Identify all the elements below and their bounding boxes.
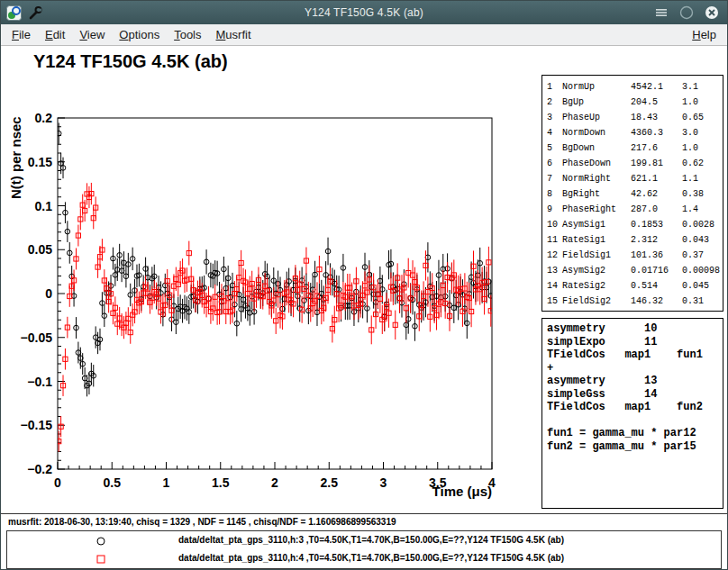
legend-box[interactable]: data/deltat_pta_gps_3110,h:3 ,T0=4.50K,T… <box>6 530 722 569</box>
stat-row: 8BgRight42.620.38 <box>542 186 723 202</box>
theory-line: + <box>547 362 723 375</box>
window-title: Y124 TF150G 4.5K (ab) <box>1 6 727 19</box>
menu-item-view[interactable]: View <box>72 28 112 41</box>
stat-row: 4NormDown4360.33.0 <box>542 125 723 140</box>
series-circle <box>56 122 493 396</box>
stat-row: 10AsymSig10.18530.0028 <box>542 217 723 232</box>
theory-line: fun1 = gamma_mu * par12 <box>547 427 723 440</box>
svg-text:2: 2 <box>271 475 278 490</box>
stat-row: 7NormRight621.11.1 <box>542 171 723 186</box>
wrench-icon <box>28 5 43 21</box>
stats-box[interactable]: 1NormUp4542.13.12BgUp204.51.03PhaseUp18.… <box>541 75 723 312</box>
legend-label: data/deltat_pta_gps_3110,h:4 ,T0=4.50K,T… <box>178 553 564 563</box>
svg-text:0.5: 0.5 <box>104 475 122 490</box>
menu-item-tools[interactable]: Tools <box>167 28 208 41</box>
svg-text:0.1: 0.1 <box>35 199 53 213</box>
menu-item-help[interactable]: Help <box>681 28 727 41</box>
menu-items: FileEditViewOptionsToolsMusrfit <box>1 28 259 41</box>
stat-row: 3PhaseUp18.430.65 <box>542 110 723 125</box>
stat-row: 12FieldSig1101.360.37 <box>542 248 723 263</box>
plot-area[interactable]: 00.511.522.533.54−0.2−0.15−0.1−0.0500.05… <box>1 102 514 507</box>
svg-text:−0.1: −0.1 <box>27 375 52 389</box>
stat-row: 15FieldSig2146.320.31 <box>542 294 723 309</box>
stat-row: 2BgUp204.51.0 <box>542 95 723 110</box>
theory-line: simpleGss 14 <box>547 388 723 402</box>
svg-text:1.5: 1.5 <box>212 475 230 490</box>
svg-text:−0.15: −0.15 <box>21 418 53 432</box>
theory-line: asymmetry 13 <box>547 375 723 388</box>
legend-label: data/deltat_pta_gps_3110,h:3 ,T0=4.50K,T… <box>178 535 564 545</box>
svg-text:0.05: 0.05 <box>28 242 52 257</box>
theory-line: asymmetry 10 <box>547 322 723 336</box>
theory-line: TFieldCos map1 fun1 <box>547 348 723 362</box>
legend-entry: data/deltat_pta_gps_3110,h:3 ,T0=4.50K,T… <box>7 532 721 550</box>
theory-line: TFieldCos map1 fun2 <box>547 401 723 414</box>
theory-line <box>547 414 723 428</box>
footer-divider <box>1 513 727 514</box>
menu-item-options[interactable]: Options <box>112 28 167 41</box>
menubar: FileEditViewOptionsToolsMusrfit Help <box>1 24 727 46</box>
stat-row: 1NormUp4542.13.1 <box>542 79 723 95</box>
stat-row: 9PhaseRight287.01.4 <box>542 202 723 217</box>
root-canvas: Y124 TF150G 4.5K (ab) 00.511.522.533.54−… <box>1 46 727 570</box>
svg-text:1: 1 <box>163 475 170 490</box>
svg-text:2.5: 2.5 <box>321 475 339 490</box>
stat-row: 11RateSig12.3120.043 <box>542 232 723 248</box>
menu-item-edit[interactable]: Edit <box>38 28 72 41</box>
maximize-icon[interactable] <box>678 5 695 21</box>
stat-row: 5BgDown217.61.0 <box>542 140 723 156</box>
x-axis-title: Time (μs) <box>432 484 492 499</box>
fit-info: musrfit: 2018-06-30, 13:19:40, chisq = 1… <box>8 517 396 527</box>
circle-marker-icon <box>95 535 107 547</box>
theory-line: fun2 = gamma_mu * par15 <box>547 440 723 454</box>
window-menu-icon[interactable] <box>653 5 669 21</box>
svg-text:0.15: 0.15 <box>28 155 52 169</box>
app-icon <box>6 5 22 21</box>
stat-row: 6PhaseDown199.810.62 <box>542 156 723 171</box>
theory-line: simplExpo 11 <box>547 336 723 349</box>
plot-title: Y124 TF150G 4.5K (ab) <box>33 51 228 72</box>
close-icon[interactable] <box>704 5 720 21</box>
svg-text:0: 0 <box>54 475 61 490</box>
svg-text:−0.05: −0.05 <box>21 330 53 345</box>
svg-text:0.2: 0.2 <box>35 111 53 125</box>
stat-row: 14RateSig20.5140.045 <box>542 278 723 294</box>
titlebar[interactable]: Y124 TF150G 4.5K (ab) <box>1 1 727 24</box>
menu-item-musrfit[interactable]: Musrfit <box>209 28 259 41</box>
series-square <box>57 183 494 452</box>
menu-item-file[interactable]: File <box>5 28 38 41</box>
svg-text:3: 3 <box>380 475 387 490</box>
square-marker-icon <box>95 553 107 565</box>
theory-box[interactable]: asymmetry 10simplExpo 11TFieldCos map1 f… <box>541 318 723 509</box>
svg-text:−0.2: −0.2 <box>27 462 52 476</box>
svg-text:0: 0 <box>45 286 52 301</box>
app-window: Y124 TF150G 4.5K (ab) <box>0 0 728 570</box>
legend-entry: data/deltat_pta_gps_3110,h:4 ,T0=4.50K,T… <box>7 550 721 568</box>
y-axis-title: N(t) per nsec <box>8 116 23 199</box>
stat-row: 13AsymSig20.017160.00098 <box>542 263 723 278</box>
